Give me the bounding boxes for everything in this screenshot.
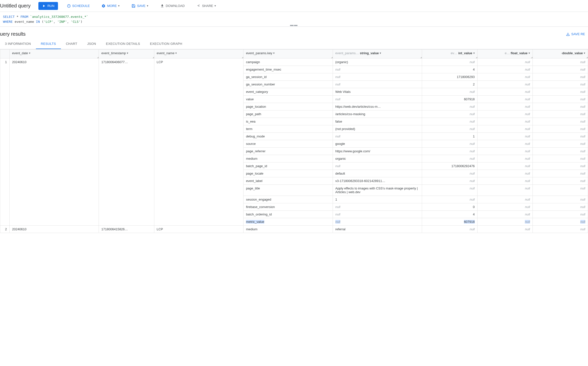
resize-handle-icon[interactable]: ◢ [476, 57, 477, 58]
cell-float-value: null [477, 73, 533, 81]
chevron-down-icon[interactable]: ▾ [380, 52, 381, 55]
chevron-down-icon[interactable]: ▾ [529, 52, 530, 55]
chevron-down-icon[interactable]: ▾ [175, 52, 177, 55]
chevron-down-icon[interactable]: ▾ [473, 52, 475, 55]
col-string-value[interactable]: event_params… string_value ▾◢ [333, 50, 422, 58]
resize-handle-icon[interactable]: ◢ [531, 57, 533, 58]
chevron-down-icon[interactable]: ▾ [29, 52, 30, 55]
cell-string-value: Apply effects to images with CSS's mask-… [333, 185, 422, 196]
cell-key: event_label [243, 177, 333, 185]
cell-float-value: null [477, 226, 533, 233]
cell-key: medium [243, 226, 333, 233]
cell-int-value: null [422, 170, 477, 177]
col-event-date[interactable]: event_date ▾◢ [9, 50, 99, 58]
save-label: SAVE [137, 4, 145, 8]
run-button[interactable]: RUN [38, 2, 58, 10]
col-event-timestamp[interactable]: event_timestamp ▾◢ [99, 50, 154, 58]
cell-int-value: null [422, 125, 477, 133]
cell-int-value: null [422, 118, 477, 125]
cell-key: firebase_conversion [243, 203, 333, 211]
cell-double-value: null [533, 162, 588, 170]
cell-string-value: Web Vitals [333, 88, 422, 96]
col-rownum[interactable] [0, 50, 10, 58]
cell-string-value: default [333, 170, 422, 177]
cell-string-value: null [333, 162, 422, 170]
toolbar: Untitled query RUN SCHEDULE MORE ▾ SAVE … [0, 0, 588, 12]
cell-double-value: null [533, 211, 588, 218]
cell-rownum: 1 [0, 58, 10, 226]
tab-results[interactable]: RESULTS [36, 39, 61, 49]
cell-key: session_engaged [243, 196, 333, 203]
schedule-button[interactable]: SCHEDULE [64, 2, 93, 9]
sql-editor[interactable]: SELECT * FROM `analytics_337268677.event… [0, 12, 588, 27]
chevron-down-icon[interactable]: ▾ [273, 52, 275, 55]
cell-float-value: null [477, 170, 533, 177]
cell-float-value: null [477, 96, 533, 103]
cell-double-value: null [533, 218, 588, 226]
cell-double-value: null [533, 125, 588, 133]
cell-string-value: (organic) [333, 58, 422, 66]
share-button[interactable]: SHARE ▾ [194, 2, 219, 9]
chevron-down-icon: ▾ [118, 4, 120, 7]
cell-event-name: LCP [154, 226, 243, 233]
download-label: DOWNLOAD [166, 4, 185, 8]
resize-handle-icon[interactable]: ◢ [97, 57, 99, 58]
chevron-down-icon[interactable]: ▾ [127, 52, 128, 55]
cell-int-value: 4 [422, 66, 477, 73]
cell-int-value: null [422, 148, 477, 155]
tab-execution-details[interactable]: EXECUTION DETAILS [101, 39, 145, 49]
cell-event-name: LCP [154, 58, 243, 226]
tab-json[interactable]: JSON [82, 39, 101, 49]
more-button[interactable]: MORE ▾ [99, 2, 123, 9]
cell-float-value: null [477, 118, 533, 125]
cell-key: value [243, 96, 333, 103]
resize-handle-icon[interactable]: ◢ [420, 57, 422, 58]
chevron-down-icon[interactable]: ▾ [584, 52, 585, 55]
download-icon [160, 4, 164, 8]
cell-string-value: (not provided) [333, 125, 422, 133]
cell-int-value: null [422, 177, 477, 185]
cell-string-value: null [333, 81, 422, 88]
cell-key: term [243, 125, 333, 133]
tab-chart[interactable]: CHART [61, 39, 82, 49]
cell-float-value: null [477, 211, 533, 218]
more-label: MORE [107, 4, 117, 8]
col-event-name[interactable]: event_name ▾◢ [154, 50, 243, 58]
resize-handle-icon[interactable]: ◢ [241, 57, 243, 58]
save-results-button[interactable]: SAVE RE [566, 32, 585, 36]
resize-handle-icon[interactable]: ◢ [331, 57, 333, 58]
cell-double-value: null [533, 81, 588, 88]
cell-double-value: null [533, 58, 588, 66]
col-double-value[interactable]: ‹double_value ▾◢ [533, 50, 588, 58]
cell-key: source [243, 140, 333, 148]
cell-double-value: null [533, 66, 588, 73]
cell-double-value: null [533, 96, 588, 103]
cell-double-value: null [533, 203, 588, 211]
tab-job-information[interactable]: 3 INFORMATION [0, 39, 36, 49]
resize-handle-icon[interactable]: ◢ [586, 57, 588, 58]
cell-float-value: null [477, 125, 533, 133]
cell-key: campaign [243, 58, 333, 66]
cell-double-value: null [533, 226, 588, 233]
cell-string-value: null [333, 96, 422, 103]
cell-string-value: v3-1718006293318-6021428911… [333, 177, 422, 185]
save-button[interactable]: SAVE ▾ [129, 2, 151, 9]
cell-float-value: null [477, 185, 533, 196]
query-title: Untitled query [0, 3, 30, 9]
cell-double-value: null [533, 177, 588, 185]
download-button[interactable]: DOWNLOAD [157, 2, 188, 9]
cell-double-value: null [533, 185, 588, 196]
results-table: event_date ▾◢ event_timestamp ▾◢ event_n… [0, 49, 588, 233]
cell-int-value: null [422, 88, 477, 96]
cell-key: metric_value [243, 218, 333, 226]
col-int-value[interactable]: ev… int_value ▾◢ [422, 50, 477, 58]
resize-handle-icon[interactable]: ◢ [152, 57, 154, 58]
col-float-value[interactable]: e… float_value ▾◢ [477, 50, 533, 58]
tab-execution-graph[interactable]: EXECUTION GRAPH [145, 39, 187, 49]
cell-rownum: 2 [0, 226, 10, 233]
cell-int-value: null [422, 110, 477, 118]
cell-float-value: null [477, 196, 533, 203]
chevron-down-icon: ▾ [214, 4, 216, 7]
col-event-params-key[interactable]: event_params.key ▾◢ [243, 50, 333, 58]
cell-float-value: null [477, 203, 533, 211]
